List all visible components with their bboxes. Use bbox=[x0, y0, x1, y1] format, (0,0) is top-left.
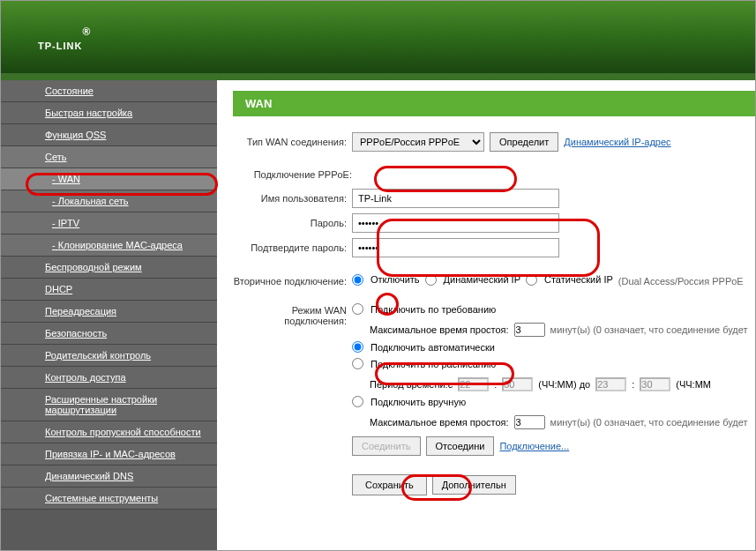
wan-type-select[interactable]: PPPoE/Россия PPPoE bbox=[352, 132, 484, 152]
sidebar-item-16[interactable]: Привязка IP- и MAC-адресов bbox=[1, 443, 217, 465]
mode-manual-radio[interactable]: Подключить вручную bbox=[352, 396, 466, 407]
wan-mode-label: Режим WAN подключения: bbox=[233, 303, 352, 326]
confirm-label: Подтвердите пароль: bbox=[233, 242, 352, 253]
sec-dynamic-radio[interactable]: Динамический IP bbox=[425, 274, 520, 286]
more-button[interactable]: Дополнительн bbox=[432, 475, 516, 495]
sidebar-item-8[interactable]: Беспроводной режим bbox=[1, 257, 217, 279]
disconnect-button[interactable]: Отсоедини bbox=[426, 436, 495, 456]
sidebar-item-10[interactable]: Переадресация bbox=[1, 301, 217, 323]
sidebar-item-5[interactable]: - Локальная сеть bbox=[1, 190, 217, 212]
sidebar-item-11[interactable]: Безопасность bbox=[1, 323, 217, 345]
logo: TP-LINK® bbox=[1, 1, 755, 56]
sidebar-item-15[interactable]: Контроль пропускной способности bbox=[1, 421, 217, 443]
sidebar-item-12[interactable]: Родительский контроль bbox=[1, 345, 217, 367]
sidebar-item-4[interactable]: - WAN bbox=[1, 168, 217, 190]
username-label: Имя пользователя: bbox=[233, 193, 352, 204]
sidebar-item-18[interactable]: Системные инструменты bbox=[1, 488, 217, 510]
dynamic-ip-link[interactable]: Динамический IP-адрес bbox=[564, 137, 670, 147]
time4-input[interactable] bbox=[640, 377, 670, 391]
sidebar-item-1[interactable]: Быстрая настройка bbox=[1, 102, 217, 124]
time3-input[interactable] bbox=[595, 377, 626, 391]
connect-button[interactable]: Соединить bbox=[352, 436, 421, 456]
time1-input[interactable] bbox=[458, 377, 489, 391]
idle-input[interactable] bbox=[514, 323, 545, 337]
sidebar: СостояниеБыстрая настройкаФункция QSSСет… bbox=[1, 80, 217, 550]
sec-static-radio[interactable]: Статический IP bbox=[526, 274, 613, 286]
sidebar-item-0[interactable]: Состояние bbox=[1, 80, 217, 102]
sidebar-item-2[interactable]: Функция QSS bbox=[1, 124, 217, 146]
mode-auto-radio[interactable]: Подключить автоматически bbox=[352, 341, 495, 353]
sidebar-item-3[interactable]: Сеть bbox=[1, 146, 217, 168]
sidebar-item-17[interactable]: Динамический DNS bbox=[1, 465, 217, 488]
page-title: WAN bbox=[233, 91, 755, 116]
sidebar-item-6[interactable]: - IPTV bbox=[1, 212, 217, 235]
sidebar-item-14[interactable]: Расширенные настройки маршрутизации bbox=[1, 389, 217, 421]
confirm-input[interactable] bbox=[352, 238, 559, 257]
detect-button[interactable]: Определит bbox=[490, 132, 558, 152]
save-button[interactable]: Сохранить bbox=[352, 474, 427, 495]
wan-type-label: Тип WAN соединения: bbox=[233, 137, 352, 147]
secondary-label: Вторичное подключение: bbox=[233, 276, 352, 287]
content-area: WAN Тип WAN соединения: PPPoE/Россия PPP… bbox=[217, 80, 755, 550]
mode-ondemand-radio[interactable]: Подключить по требованию bbox=[352, 303, 496, 315]
connecting-label: Подключение... bbox=[499, 441, 569, 451]
idle-label: Максимальное время простоя: bbox=[370, 324, 509, 335]
username-input[interactable] bbox=[352, 189, 559, 208]
sidebar-item-9[interactable]: DHCP bbox=[1, 279, 217, 301]
pppoe-section: Подключение PPPoE: bbox=[233, 162, 352, 183]
password-input[interactable] bbox=[352, 213, 559, 233]
idle2-input[interactable] bbox=[514, 415, 545, 429]
sidebar-item-7[interactable]: - Клонирование MAC-адреса bbox=[1, 235, 217, 257]
time2-input[interactable] bbox=[502, 377, 533, 391]
sec-disable-radio[interactable]: Отключить bbox=[352, 274, 420, 286]
secondary-note: (Dual Access/Россия PPPoE bbox=[618, 276, 744, 287]
password-label: Пароль: bbox=[233, 218, 352, 228]
mode-schedule-radio[interactable]: Подключить по расписанию bbox=[352, 358, 496, 369]
sidebar-item-13[interactable]: Контроль доступа bbox=[1, 367, 217, 389]
